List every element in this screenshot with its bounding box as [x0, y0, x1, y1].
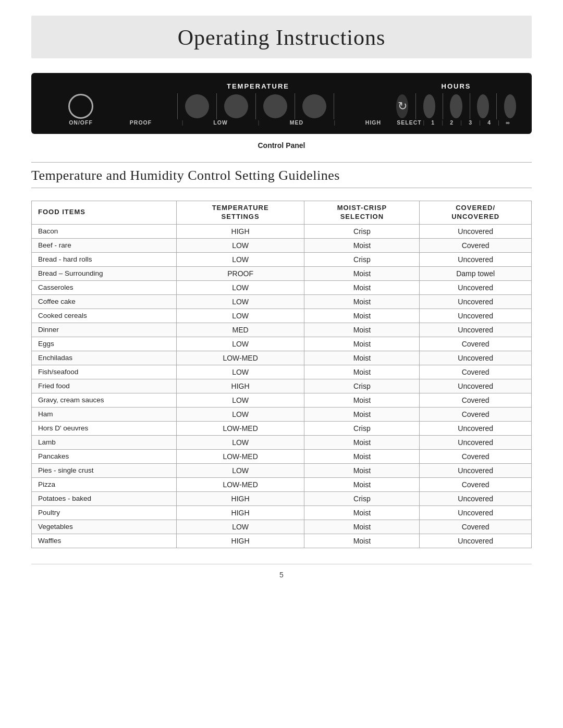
cp-buttons-layout: ↻ — [47, 93, 516, 119]
cell-covered: Uncovered — [420, 421, 532, 435]
cell-temp: LOW — [176, 337, 304, 351]
cell-moist-crisp: Moist — [304, 435, 420, 449]
cell-food: Poultry — [32, 505, 177, 520]
cell-moist-crisp: Moist — [304, 280, 420, 294]
cell-moist-crisp: Moist — [304, 505, 420, 520]
cell-temp: HIGH — [176, 491, 304, 505]
hour-3-button[interactable] — [477, 94, 489, 118]
table-row: BaconHIGHCrispUncovered — [32, 224, 532, 238]
cell-food: Lamb — [32, 435, 177, 449]
cell-moist-crisp: Moist — [304, 520, 420, 534]
separator-low-med — [255, 93, 256, 119]
hour-3-label: 3 — [463, 119, 478, 126]
cell-covered: Covered — [420, 477, 532, 491]
cell-moist-crisp: Crisp — [304, 379, 420, 393]
cell-food: Casseroles — [32, 280, 177, 294]
hour-1-label: 1 — [426, 119, 440, 126]
table-row: DinnerMEDMoistUncovered — [32, 323, 532, 337]
separator-3-4 — [496, 93, 497, 119]
cell-temp: HIGH — [176, 379, 304, 393]
table-row: Gravy, cream saucesLOWMoistCovered — [32, 393, 532, 407]
col-header-food: FOOD ITEMS — [32, 201, 177, 225]
cell-moist-crisp: Crisp — [304, 491, 420, 505]
on-off-button[interactable] — [68, 94, 93, 119]
table-header-row: FOOD ITEMS TEMPERATURESETTINGS MOIST-CRI… — [32, 201, 532, 225]
separator-2-3 — [470, 93, 470, 119]
cell-food: Hors D' oeuvres — [32, 421, 177, 435]
separator-select-1 — [415, 93, 416, 119]
hour-2-button[interactable] — [450, 94, 462, 118]
cell-moist-crisp: Moist — [304, 351, 420, 365]
cell-temp: LOW — [176, 520, 304, 534]
cp-temp-section — [115, 93, 396, 119]
cell-temp: LOW — [176, 393, 304, 407]
hour-4-button[interactable] — [504, 94, 516, 118]
cell-temp: LOW — [176, 238, 304, 252]
table-row: Bread – SurroundingPROOFMoistDamp towel — [32, 266, 532, 280]
table-row: WafflesHIGHMoistUncovered — [32, 534, 532, 548]
cell-moist-crisp: Crisp — [304, 252, 420, 266]
table-body: BaconHIGHCrispUncoveredBeef - rareLOWMoi… — [32, 224, 532, 548]
cell-moist-crisp: Moist — [304, 463, 420, 477]
cell-food: Pies - single crust — [32, 463, 177, 477]
section-heading-wrapper: Temperature and Humidity Control Setting… — [31, 162, 532, 188]
cell-covered: Covered — [420, 520, 532, 534]
cp-header-row: TEMPERATURE HOURS — [47, 82, 516, 90]
cell-moist-crisp: Moist — [304, 365, 420, 379]
page-title: Operating Instructions — [31, 25, 532, 50]
med-label: MED — [289, 119, 304, 126]
cell-food: Ham — [32, 407, 177, 421]
cell-food: Bread – Surrounding — [32, 266, 177, 280]
table-row: Fried foodHIGHCrispUncovered — [32, 379, 532, 393]
cell-temp: HIGH — [176, 505, 304, 520]
infinity-label: ∞ — [501, 119, 516, 126]
hour-1-button[interactable] — [423, 94, 435, 118]
cell-covered: Uncovered — [420, 491, 532, 505]
table-row: EggsLOWMoistCovered — [32, 337, 532, 351]
proof-button[interactable] — [185, 94, 209, 118]
table-row: CasserolesLOWMoistUncovered — [32, 280, 532, 294]
low-button[interactable] — [224, 94, 248, 118]
low-label: LOW — [213, 119, 228, 126]
cell-covered: Covered — [420, 449, 532, 463]
separator-med-high — [295, 93, 295, 119]
cell-moist-crisp: Moist — [304, 393, 420, 407]
cell-moist-crisp: Moist — [304, 294, 420, 309]
table-row: EnchiladasLOW-MEDMoistUncovered — [32, 351, 532, 365]
cell-temp: LOW — [176, 252, 304, 266]
table-row: PizzaLOW-MEDMoistCovered — [32, 477, 532, 491]
table-row: PancakesLOW-MEDMoistCovered — [32, 449, 532, 463]
cell-food: Bread - hard rolls — [32, 252, 177, 266]
high-button[interactable] — [302, 94, 326, 118]
cp-header-temperature: TEMPERATURE — [120, 82, 396, 90]
cell-temp: PROOF — [176, 266, 304, 280]
table-row: Potatoes - bakedHIGHCrispUncovered — [32, 491, 532, 505]
table-row: Hors D' oeuvresLOW-MEDCrispUncovered — [32, 421, 532, 435]
cell-covered: Uncovered — [420, 224, 532, 238]
select-button[interactable]: ↻ — [396, 94, 408, 118]
cell-temp: LOW — [176, 463, 304, 477]
cell-food: Eggs — [32, 337, 177, 351]
cell-covered: Uncovered — [420, 505, 532, 520]
cell-covered: Uncovered — [420, 252, 532, 266]
table-row: Cooked cerealsLOWMoistUncovered — [32, 309, 532, 323]
cell-covered: Uncovered — [420, 379, 532, 393]
cell-covered: Uncovered — [420, 280, 532, 294]
cell-temp: LOW-MED — [176, 351, 304, 365]
cell-moist-crisp: Moist — [304, 534, 420, 548]
cell-food: Coffee cake — [32, 294, 177, 309]
cell-food: Fried food — [32, 379, 177, 393]
on-off-label: ON/OFF — [69, 119, 93, 126]
proof-label: PROOF — [130, 119, 152, 126]
med-button[interactable] — [263, 94, 287, 118]
guidelines-table: FOOD ITEMS TEMPERATURESETTINGS MOIST-CRI… — [31, 201, 532, 548]
cell-temp: LOW — [176, 294, 304, 309]
hour-2-label: 2 — [445, 119, 459, 126]
cell-covered: Uncovered — [420, 351, 532, 365]
separator-left — [177, 93, 178, 119]
table-row: LambLOWMoistUncovered — [32, 435, 532, 449]
cell-food: Enchiladas — [32, 351, 177, 365]
cell-covered: Covered — [420, 238, 532, 252]
cell-temp: LOW — [176, 365, 304, 379]
table-row: Pies - single crustLOWMoistUncovered — [32, 463, 532, 477]
